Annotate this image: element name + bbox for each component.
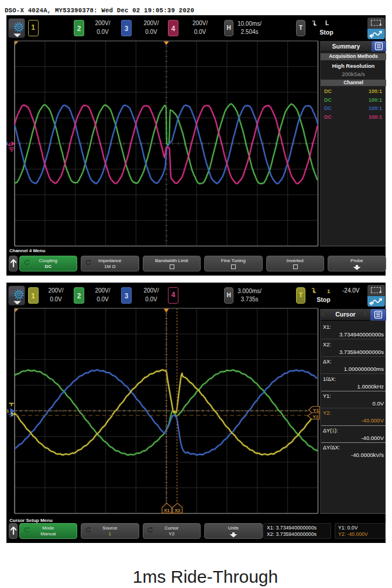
svg-text:1: 1 xyxy=(6,408,9,414)
svg-text:Y1: Y1 xyxy=(313,408,319,413)
svg-text:X1: X1 xyxy=(164,508,170,513)
svg-text:4: 4 xyxy=(8,142,11,147)
svg-text:Y2: Y2 xyxy=(313,414,319,419)
svg-text:X2: X2 xyxy=(174,508,180,513)
